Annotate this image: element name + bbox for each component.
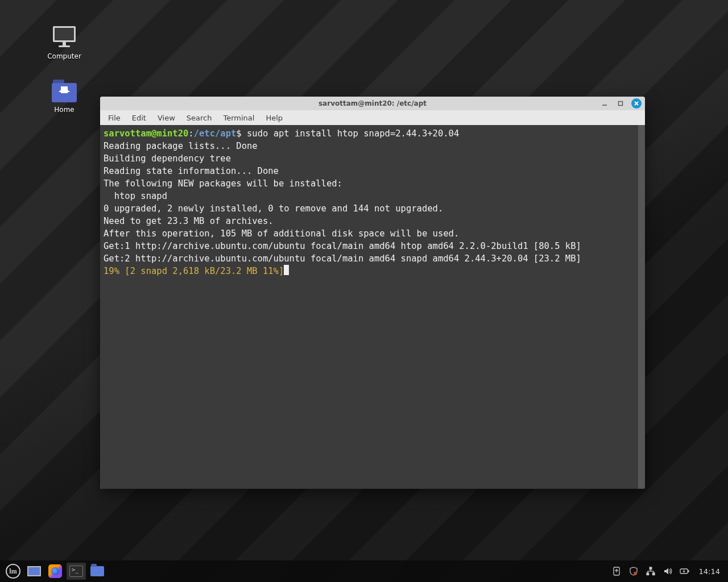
menu-help[interactable]: Help [261,112,287,124]
start-menu-button[interactable]: lm [3,563,23,580]
desktop-icon-home[interactable]: Home [39,80,90,114]
files-launcher[interactable] [88,563,107,580]
terminal-line: htop snapd [104,191,167,201]
menu-search[interactable]: Search [182,112,217,124]
security-tray[interactable] [628,566,639,576]
menu-terminal[interactable]: Terminal [218,112,259,124]
svg-point-6 [634,572,637,575]
terminal-line: Get:2 http://archive.ubuntu.com/ubuntu f… [104,253,581,264]
terminal-line: Get:1 http://archive.ubuntu.com/ubuntu f… [104,241,581,251]
show-desktop-button[interactable] [24,563,44,580]
home-folder-icon [51,80,78,102]
terminal-command: sudo apt install htop snapd=2.44.3+20.04 [242,128,460,139]
window-title: sarvottam@mint20: /etc/apt [318,99,427,107]
prompt-cwd: /etc/apt [194,128,237,139]
desktop-icon-label: Computer [39,52,90,60]
terminal-icon [69,566,83,577]
volume-tray[interactable] [663,566,673,576]
terminal-line: 0 upgraded, 2 newly installed, 0 to remo… [104,203,443,214]
taskbar: lm 14:14 [0,560,728,582]
terminal-line: Reading state information... Done [104,166,279,176]
prompt-sigil: $ [236,128,241,139]
terminal-line: Need to get 23.3 MB of archives. [104,216,274,226]
maximize-button[interactable] [615,98,626,109]
desktop-icon-label: Home [39,106,90,114]
battery-tray[interactable] [680,566,690,576]
svg-rect-9 [652,573,655,575]
firefox-launcher[interactable] [46,563,65,580]
desktop-tile-icon [27,566,41,576]
svg-rect-1 [619,102,623,106]
svg-marker-14 [664,568,668,575]
terminal-progress: 19% [2 snapd 2,618 kB/23.2 MB 11%] [104,266,284,276]
terminal-line: The following NEW packages will be insta… [104,178,342,189]
folder-icon [90,566,104,576]
terminal-window[interactable]: sarvottam@mint20: /etc/apt File Edit Vie… [100,97,645,489]
terminal-output[interactable]: sarvottam@mint20:/etc/apt$ sudo apt inst… [100,125,645,489]
svg-rect-8 [647,573,649,575]
mint-logo-icon: lm [6,564,20,579]
network-tray[interactable] [646,566,656,576]
cursor-icon [284,265,289,275]
prompt-userhost: sarvottam@mint20 [104,128,188,139]
terminal-line: Building dependency tree [104,153,231,164]
svg-marker-17 [682,569,685,573]
computer-icon [51,26,78,49]
terminal-scrollbar[interactable] [638,125,645,489]
terminal-line: After this operation, 105 MB of addition… [104,228,459,239]
menu-file[interactable]: File [104,112,125,124]
svg-rect-16 [688,570,689,572]
firefox-icon [48,564,62,578]
svg-rect-7 [650,567,652,569]
menu-edit[interactable]: Edit [127,112,151,124]
prompt-sep: : [188,128,193,139]
close-button[interactable] [631,98,642,109]
minimize-button[interactable] [599,98,610,109]
desktop-icon-computer[interactable]: Computer [39,26,90,60]
terminal-task-button[interactable] [67,563,86,580]
window-menubar: File Edit View Search Terminal Help [100,110,645,125]
panel-clock[interactable]: 14:14 [697,567,720,576]
window-titlebar[interactable]: sarvottam@mint20: /etc/apt [100,97,645,110]
menu-view[interactable]: View [153,112,180,124]
update-manager-tray[interactable] [611,566,622,576]
terminal-line: Reading package lists... Done [104,141,258,151]
